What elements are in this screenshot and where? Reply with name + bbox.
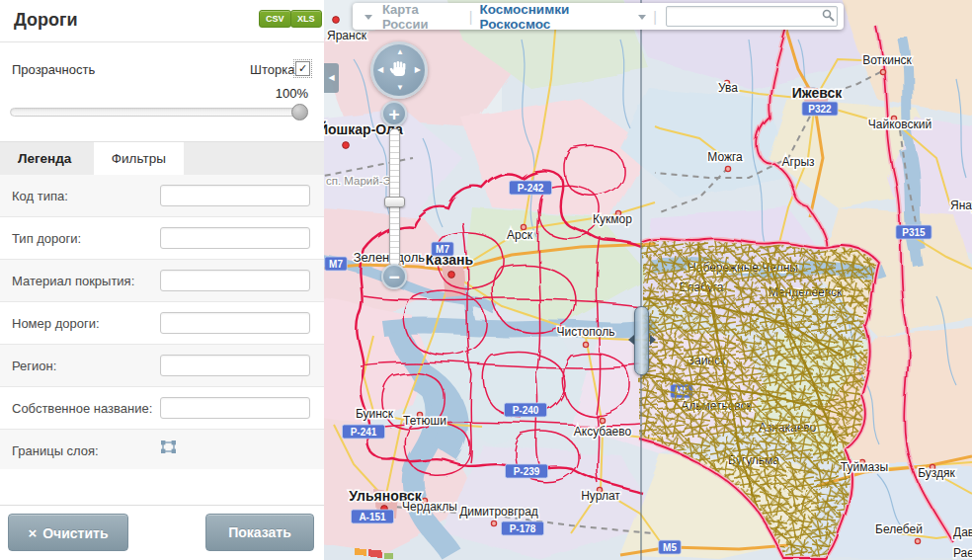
city-label: Ижевск <box>792 85 844 101</box>
filter-label: Номер дороги: <box>12 312 160 332</box>
filter-label: Регион: <box>12 355 160 374</box>
city-label: Чистополь <box>557 325 615 339</box>
city-label: Тетюши <box>403 414 446 428</box>
road-badge: А-151 <box>352 510 394 523</box>
town-dot <box>600 418 605 423</box>
pan-up-icon[interactable]: ▲ <box>396 48 404 56</box>
panel-footer: ×Очистить Показать <box>0 505 324 560</box>
zoom-in-button[interactable]: + <box>381 101 407 126</box>
city-dot <box>343 142 350 149</box>
curtain-drag-handle[interactable] <box>634 306 649 375</box>
road-badge: Р-178 <box>502 521 544 535</box>
city-label: Раевский <box>953 546 972 560</box>
transparency-slider[interactable] <box>10 108 300 117</box>
city-dot <box>333 17 340 24</box>
city-label: Буздяк <box>918 466 955 480</box>
svg-text:Р-178: Р-178 <box>510 523 536 534</box>
filter-label: Границы слоя: <box>12 440 160 459</box>
filter-row: Код типа: <box>0 175 324 216</box>
filter-label: Материал покрытия: <box>12 270 160 289</box>
city-label: Аксубаево <box>574 425 632 439</box>
road-badge: М7 <box>325 257 348 271</box>
road-badge: Р322 <box>802 102 838 116</box>
road-badge: М7 <box>432 242 454 256</box>
curtain-checkbox[interactable]: ✓ <box>295 61 310 76</box>
filter-input-3[interactable] <box>160 312 310 334</box>
filter-input-2[interactable] <box>160 270 310 291</box>
city-label: Чердаклы <box>402 500 457 514</box>
town-dot <box>491 520 496 525</box>
road-badge: Р-240 <box>505 403 547 417</box>
transparency-value: 100% <box>276 86 308 101</box>
export-csv-button[interactable]: CSV <box>259 10 291 28</box>
svg-text:М7: М7 <box>436 244 449 255</box>
svg-text:Р322: Р322 <box>808 104 832 115</box>
active-layer-link[interactable]: Космоснимки Роскосмос <box>479 2 628 32</box>
transparency-slider-knob[interactable] <box>291 104 308 120</box>
curtain-label: Шторка <box>250 62 294 77</box>
clear-button[interactable]: ×Очистить <box>8 514 128 551</box>
filter-input-1[interactable] <box>160 227 310 249</box>
curtain-arrow-right-icon <box>650 335 661 345</box>
city-label: Димитровград <box>459 505 538 519</box>
city-label: Нурлат <box>581 489 620 503</box>
transparency-section: Прозрачность Шторка ✓ 100% <box>0 42 324 141</box>
city-dot <box>448 272 455 279</box>
pan-left-icon[interactable]: ◀ <box>377 66 383 74</box>
base-layer-link[interactable]: Карта России <box>382 2 460 32</box>
svg-text:Р-242: Р-242 <box>518 183 544 194</box>
tab-filters[interactable]: Фильтры <box>94 142 184 175</box>
road-badge: Р315 <box>896 225 932 239</box>
town-dot <box>583 342 588 347</box>
map-search-input[interactable] <box>666 6 838 27</box>
svg-text:М7: М7 <box>329 259 343 270</box>
city-label: Воткинск <box>862 53 912 67</box>
city-label: Арск <box>507 228 533 242</box>
panel-header: Дороги CSV XLS <box>0 0 324 42</box>
city-label: Ува <box>718 81 738 95</box>
zoom-out-button[interactable]: − <box>381 264 407 289</box>
filter-input-0[interactable] <box>160 185 310 206</box>
bar-separator: | <box>469 9 473 25</box>
filter-row: Собственное название: <box>0 386 324 429</box>
panel-tabs: Легенда Фильтры <box>0 141 324 175</box>
base-layer-dropdown-icon[interactable] <box>364 15 372 24</box>
city-label: Агрыз <box>781 155 815 169</box>
filter-label: Тип дороги: <box>12 227 160 247</box>
town-dot <box>725 166 730 171</box>
zoom-slider-knob[interactable] <box>384 197 405 207</box>
filter-row: Регион: <box>0 344 324 386</box>
filter-row: Границы слоя: <box>0 429 324 469</box>
filters-form: Код типа:Тип дороги:Материал покрытия:Но… <box>0 175 324 469</box>
filter-label: Собственное название: <box>12 397 160 417</box>
zoom-slider[interactable] <box>389 128 400 267</box>
show-button[interactable]: Показать <box>205 514 314 551</box>
layer-bounds-polygon-icon[interactable] <box>160 440 177 454</box>
city-label: Кукмор <box>593 212 632 226</box>
collapse-panel-button[interactable]: ◀ <box>324 63 339 93</box>
map-viewport[interactable]: Набережные ЧелныЕлабугаМенделеевскЗаинск… <box>324 0 972 560</box>
road-badge: М5 <box>659 540 682 554</box>
pan-right-icon[interactable]: ▶ <box>415 66 421 74</box>
layer-switcher-bar: Карта России | Космоснимки Роскосмос | <box>353 3 844 30</box>
svg-text:М5: М5 <box>663 542 677 553</box>
svg-text:Р-241: Р-241 <box>351 427 377 438</box>
city-label: Яранск <box>327 29 367 42</box>
svg-text:Р-240: Р-240 <box>513 405 539 416</box>
search-icon[interactable] <box>822 9 835 22</box>
filter-input-5[interactable] <box>160 397 310 419</box>
city-label: Давлеканово <box>953 525 972 539</box>
city-label: Буинск <box>356 407 394 421</box>
filter-row: Тип дороги: <box>0 216 324 259</box>
export-xls-button[interactable]: XLS <box>290 10 322 28</box>
roads-panel: Дороги CSV XLS Прозрачность Шторка ✓ 100… <box>0 0 324 560</box>
city-label: Туймазы <box>841 460 888 474</box>
filter-input-4[interactable] <box>160 355 310 376</box>
pan-down-icon[interactable]: ▼ <box>396 84 404 92</box>
city-label: Можга <box>707 150 743 164</box>
tab-legend[interactable]: Легенда <box>0 142 89 175</box>
clear-x-icon: × <box>28 524 37 541</box>
active-layer-dropdown-icon[interactable] <box>638 15 646 24</box>
pan-control[interactable]: ▲ ▼ ◀ ▶ <box>370 41 428 99</box>
bar-separator2: | <box>653 9 657 25</box>
